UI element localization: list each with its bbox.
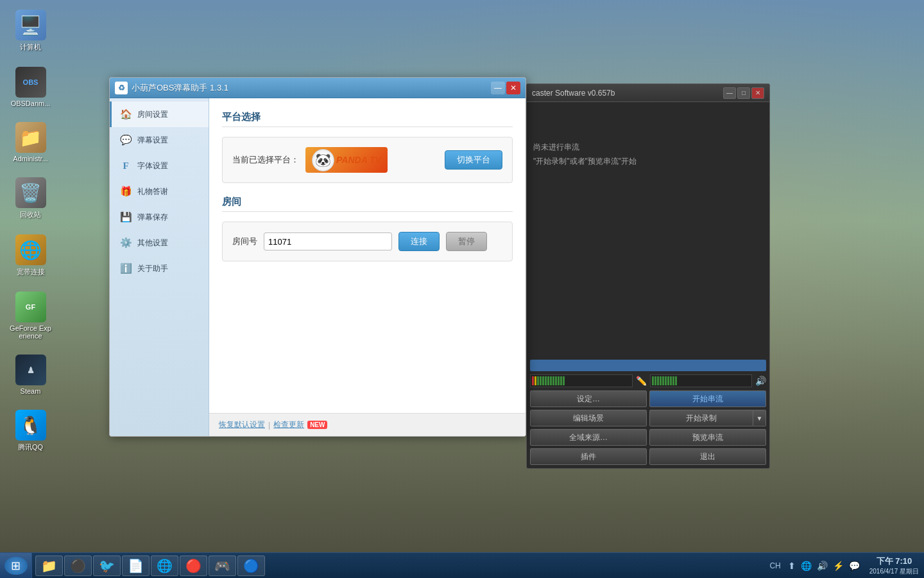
- font-settings-icon: F: [119, 159, 132, 172]
- desktop-icon-broadband[interactable]: 🌐 宽带连接: [6, 231, 55, 280]
- explorer-icon: 📁: [41, 558, 57, 574]
- obs-minimize-button[interactable]: —: [723, 87, 736, 99]
- obs-volume-bar-left: [530, 374, 633, 387]
- geforce-icon: GF: [15, 292, 46, 322]
- taskbar-item-ie[interactable]: 🌐: [151, 556, 178, 576]
- pdf-taskbar-icon: 📄: [128, 558, 144, 574]
- app-titlebar: ♻ 小葫芦OBS弹幕助手 1.3.1 — ✕: [110, 78, 526, 98]
- obs-buttons-grid: 设定… 开始串流 编辑场景 开始录制 ▼ 全域来源… 预览串流 插件 退出: [530, 390, 766, 465]
- about-label: 关于助手: [137, 263, 168, 274]
- other-settings-icon: ⚙️: [119, 236, 132, 249]
- app-close-button[interactable]: ✕: [506, 82, 520, 94]
- sidebar-item-gift-thanks[interactable]: 🎁 礼物答谢: [110, 179, 209, 204]
- switch-platform-button[interactable]: 切换平台: [445, 150, 502, 170]
- obs-record-dropdown-button[interactable]: ▼: [753, 410, 766, 426]
- obs-status-area: 尚未进行串流 "开始录制"或者"预览串流"开始: [527, 134, 769, 175]
- taskbar-time: 下午 7:10: [877, 556, 912, 567]
- room-label: 房间号: [232, 236, 257, 247]
- tray-icon-network[interactable]: 🌐: [800, 559, 813, 572]
- desktop: 🖥️ 计算机 OBS OBSDanm... 📁 Administr... 🗑️ …: [0, 0, 924, 578]
- tray-icon-power[interactable]: ⚡: [832, 559, 845, 572]
- sidebar-item-other-settings[interactable]: ⚙️ 其他设置: [110, 230, 209, 256]
- recycle-icon: 🗑️: [15, 177, 46, 208]
- obs-start-record-button[interactable]: 开始录制: [649, 410, 753, 426]
- nvidia-taskbar-icon: 🎮: [214, 558, 230, 574]
- start-button[interactable]: ⊞: [0, 553, 32, 579]
- obs-window-buttons: — □ ✕: [723, 87, 764, 99]
- taskbar-lang[interactable]: CH: [766, 561, 783, 570]
- danmu-save-icon: 💾: [119, 211, 132, 223]
- desktop-icon-computer[interactable]: 🖥️ 计算机: [6, 6, 55, 55]
- obs-exit-button[interactable]: 退出: [649, 448, 766, 465]
- desktop-icon-recycle[interactable]: 🗑️ 回收站: [6, 174, 55, 223]
- taskbar-item-explorer[interactable]: 📁: [35, 556, 63, 576]
- obs-start-record-wrapper: 开始录制 ▼: [649, 410, 766, 426]
- platform-logo: 🐼 PANDA TV: [305, 147, 388, 173]
- sidebar-item-room-settings[interactable]: 🏠 房间设置: [110, 101, 209, 127]
- other-settings-label: 其他设置: [137, 238, 168, 249]
- restore-defaults-link[interactable]: 恢复默认设置: [219, 419, 265, 430]
- tray-icon-notification[interactable]: 💬: [848, 559, 861, 572]
- obs-preview-stream-button[interactable]: 预览串流: [649, 429, 766, 446]
- app-minimize-button[interactable]: —: [491, 82, 505, 94]
- desktop-icon-steam[interactable]: ♟ Steam: [6, 351, 55, 398]
- obs-controls: ✏️ 🔊: [527, 356, 769, 468]
- obs-settings-button[interactable]: 设定…: [530, 390, 647, 407]
- obs-vol-fill-left: [532, 376, 565, 385]
- obs-titlebar: caster Software v0.657b — □ ✕: [527, 84, 769, 102]
- obs-pencil-icon[interactable]: ✏️: [636, 376, 647, 386]
- about-icon: ℹ️: [119, 262, 132, 275]
- obs-plugin-button[interactable]: 插件: [530, 448, 647, 465]
- desktop-icon-obs[interactable]: OBS OBSDanm...: [6, 64, 55, 110]
- sidebar-item-about[interactable]: ℹ️ 关于助手: [110, 256, 209, 281]
- obs-global-source-button[interactable]: 全域来源…: [530, 429, 647, 446]
- sword-taskbar-icon: 🐦: [99, 558, 115, 574]
- obs-start-stream-button[interactable]: 开始串流: [649, 390, 766, 407]
- taskbar-item-obs2[interactable]: 🔴: [180, 556, 207, 576]
- tray-icon-1[interactable]: ⬆: [787, 559, 797, 572]
- app-body: 🏠 房间设置 💬 弹幕设置 F 字体设置 🎁 礼物答谢 💾 弹幕保存: [110, 98, 526, 436]
- desktop-icon-geforce[interactable]: GF GeForce Experience: [6, 288, 55, 343]
- start-orb: ⊞: [4, 557, 28, 575]
- desktop-icon-admin[interactable]: 📁 Administr...: [6, 119, 55, 166]
- connect-button[interactable]: 连接: [398, 232, 440, 251]
- room-settings-label: 房间设置: [137, 109, 168, 120]
- app-taskbar-icon: 🔵: [243, 558, 259, 574]
- obs-edit-scene-button[interactable]: 编辑场景: [530, 410, 647, 426]
- tray-icon-volume[interactable]: 🔊: [816, 559, 829, 572]
- admin-label: Administr...: [13, 155, 47, 162]
- room-row: 房间号 连接 暂停: [232, 232, 502, 251]
- room-section: 房间号 连接 暂停: [222, 222, 513, 261]
- obs-window: caster Software v0.657b — □ ✕ 尚未进行串流 "开始…: [526, 83, 770, 469]
- panda-icon: 🐼: [312, 149, 334, 171]
- sidebar-item-danmu-settings[interactable]: 💬 弹幕设置: [110, 127, 209, 153]
- taskbar-item-obs[interactable]: ⚫: [64, 556, 92, 576]
- taskbar-item-pdf[interactable]: 📄: [122, 556, 150, 576]
- taskbar-tray: CH ⬆ 🌐 🔊 ⚡ 💬: [763, 553, 864, 579]
- obs-close-button[interactable]: ✕: [751, 87, 764, 99]
- obs-volume-icon[interactable]: 🔊: [755, 376, 766, 386]
- pause-button[interactable]: 暂停: [446, 232, 487, 251]
- obs-volume-row: ✏️ 🔊: [530, 374, 766, 387]
- taskbar-item-nvidia[interactable]: 🎮: [209, 556, 236, 576]
- sidebar-item-danmu-save[interactable]: 💾 弹幕保存: [110, 204, 209, 230]
- obs-label: OBSDanm...: [11, 100, 51, 107]
- app-main-content: 平台选择 当前已选择平台： 🐼 PANDA TV 切换平台: [209, 98, 526, 436]
- desktop-icon-area: 🖥️ 计算机 OBS OBSDanm... 📁 Administr... 🗑️ …: [0, 0, 61, 467]
- platform-section-title: 平台选择: [222, 111, 513, 127]
- taskbar-item-sword[interactable]: 🐦: [93, 556, 121, 576]
- obs-taskbar-icon: ⚫: [70, 558, 86, 574]
- steam-label: Steam: [21, 387, 41, 395]
- obs-maximize-button[interactable]: □: [737, 87, 750, 99]
- check-update-link[interactable]: 检查更新: [273, 419, 304, 430]
- desktop-icon-qq[interactable]: 🐧 腾讯QQ: [6, 407, 55, 455]
- room-number-input[interactable]: [264, 232, 392, 250]
- computer-label: 计算机: [20, 42, 41, 52]
- footer-divider: |: [268, 421, 270, 430]
- danmu-settings-label: 弹幕设置: [137, 135, 168, 146]
- sidebar-item-font-settings[interactable]: F 字体设置: [110, 153, 209, 179]
- taskbar-item-app[interactable]: 🔵: [237, 556, 265, 576]
- gift-thanks-label: 礼物答谢: [137, 186, 168, 197]
- obs-volume-bar-right: [650, 374, 753, 387]
- taskbar-clock[interactable]: 下午 7:10 2016/4/17 星期日: [864, 556, 924, 576]
